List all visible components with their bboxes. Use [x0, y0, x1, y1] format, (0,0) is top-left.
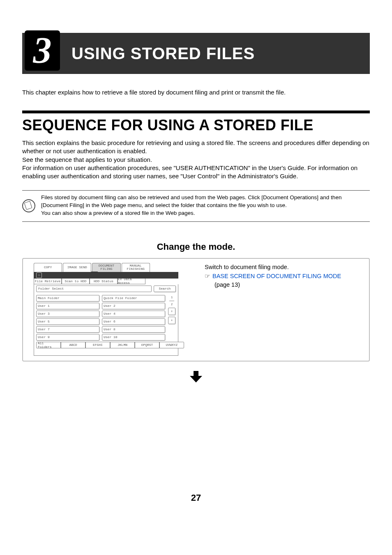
arrow-up-icon: ⬆ — [171, 310, 173, 313]
body-paragraph-2: See the sequence that applies to your si… — [22, 156, 370, 164]
continue-arrow-icon — [22, 370, 370, 386]
alpha-filter-tabs: All Folders ABCD EFGHI JKLMN OPQRST UVWX… — [36, 342, 176, 348]
page-indicator-divider — [169, 301, 174, 301]
note-box: Files stored by document filing can also… — [22, 190, 370, 222]
folder-user4[interactable]: User 4 — [102, 311, 165, 317]
folder-user1[interactable]: User 1 — [36, 303, 99, 309]
pointing-hand-icon: ☞ — [205, 272, 210, 281]
filter-opqrst[interactable]: OPQRST — [135, 342, 159, 348]
note-icon — [22, 199, 35, 212]
filter-uvwxyz[interactable]: UVWXYZ — [159, 342, 184, 348]
body-paragraph-3: For information on user authentication p… — [22, 164, 370, 181]
filter-efghi[interactable]: EFGHI — [85, 342, 110, 348]
subtab-ex-data-access[interactable]: Ex Data Access — [118, 279, 145, 284]
heading-rule — [22, 111, 370, 113]
step-desc-line-2: (page 13) — [205, 281, 363, 289]
folder-user6[interactable]: User 6 — [102, 318, 165, 325]
home-icon[interactable]: ⌂ — [36, 272, 42, 278]
folder-col-right: Quick File Folder User 2 User 4 User 6 U… — [102, 295, 165, 341]
folder-user5[interactable]: User 5 — [36, 318, 99, 325]
active-tab-notch — [91, 272, 98, 275]
tab-image-send[interactable]: IMAGE SEND — [63, 263, 91, 272]
note-line-1: Files stored by document filing can also… — [41, 194, 370, 210]
chapter-intro: This chapter explains how to retrieve a … — [22, 89, 370, 96]
subtab-scan-to-hdd[interactable]: Scan to HDD — [62, 279, 90, 284]
note-icon-wrap — [22, 194, 35, 217]
folder-user7[interactable]: User 7 — [36, 326, 99, 333]
device-ui: COPY IMAGE SEND DOCUMENT FILING MANUAL F… — [34, 263, 178, 357]
tab-copy[interactable]: COPY — [34, 263, 62, 272]
chapter-heading-bar: 3 USING STORED FILES — [22, 33, 370, 74]
folder-user2[interactable]: User 2 — [102, 303, 165, 309]
folder-panel: Folder Select Search Main Folder User 1 … — [34, 284, 178, 356]
page-indicator-top: 1 — [171, 296, 173, 299]
scroll-side: 1 2 ⬆ ⬇ — [168, 295, 176, 341]
search-button[interactable]: Search — [154, 286, 176, 292]
sub-tabs: File Retrieve Scan to HDD HDD Status Ex … — [34, 279, 178, 284]
chapter-number: 3 — [33, 32, 52, 69]
tab-manual-finishing[interactable]: MANUAL FINISHING — [122, 263, 150, 272]
filter-jklmn[interactable]: JKLMN — [110, 342, 135, 348]
chapter-title: USING STORED FILES — [71, 44, 255, 63]
scroll-up-button[interactable]: ⬆ — [168, 308, 175, 315]
scroll-down-button[interactable]: ⬇ — [168, 317, 175, 324]
folder-user8[interactable]: User 8 — [102, 326, 165, 333]
step-description: Switch to document filing mode. ☞BASE SC… — [190, 263, 363, 357]
folder-quick[interactable]: Quick File Folder — [102, 295, 165, 302]
note-line-2: You can also show a preview of a stored … — [41, 210, 370, 217]
page-indicator-bottom: 2 — [171, 303, 173, 306]
subtab-file-retrieve[interactable]: File Retrieve — [34, 279, 62, 284]
mode-tabs: COPY IMAGE SEND DOCUMENT FILING MANUAL F… — [34, 263, 178, 272]
step-screenshot: COPY IMAGE SEND DOCUMENT FILING MANUAL F… — [34, 263, 190, 357]
folder-user9[interactable]: User 9 — [36, 334, 99, 341]
body-text: This section explains the basic procedur… — [22, 139, 370, 180]
folder-user10[interactable]: User 10 — [102, 334, 165, 341]
note-text: Files stored by document filing can also… — [41, 194, 370, 217]
section-heading: SEQUENCE FOR USING A STORED FILE — [22, 117, 370, 134]
filter-abcd[interactable]: ABCD — [61, 342, 85, 348]
tab-document-filing[interactable]: DOCUMENT FILING — [92, 263, 120, 272]
subtab-hdd-status[interactable]: HDD Status — [90, 279, 118, 284]
step-title: Change the mode. — [22, 242, 370, 252]
cross-ref-link[interactable]: BASE SCREEN OF DOCUMENT FILING MODE — [212, 273, 341, 279]
folder-user3[interactable]: User 3 — [36, 311, 99, 317]
folder-main[interactable]: Main Folder — [36, 295, 99, 302]
ribbon-bar: ⌂ — [34, 272, 178, 279]
filter-all[interactable]: All Folders — [36, 342, 61, 348]
tab-spacer — [151, 263, 178, 272]
folder-select-label: Folder Select — [36, 286, 152, 292]
page-number: 27 — [22, 493, 370, 503]
folder-col-left: Main Folder User 1 User 3 User 5 User 7 … — [36, 295, 99, 341]
body-paragraph-1: This section explains the basic procedur… — [22, 139, 370, 156]
arrow-down-icon: ⬇ — [171, 319, 173, 322]
chapter-number-badge: 3 — [25, 30, 60, 71]
step-box: COPY IMAGE SEND DOCUMENT FILING MANUAL F… — [22, 258, 370, 362]
step-desc-line-1: Switch to document filing mode. — [205, 263, 363, 272]
